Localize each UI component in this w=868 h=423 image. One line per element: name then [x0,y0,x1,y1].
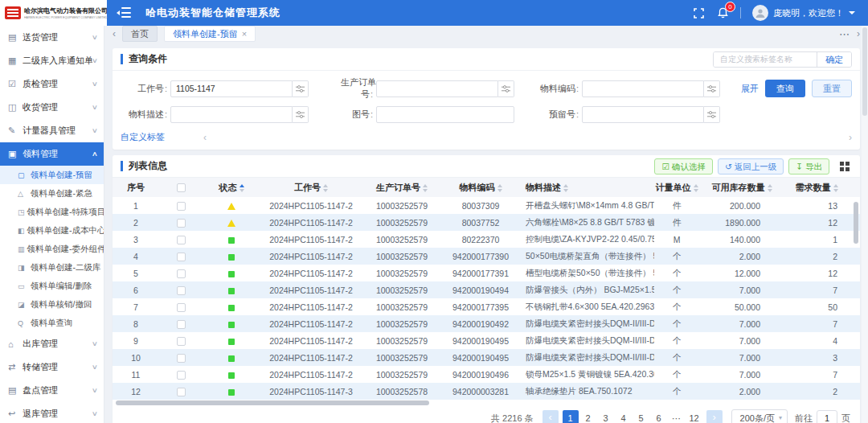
collapse-left-icon[interactable]: ‹ [203,132,207,143]
sidebar-item-material-management[interactable]: ▣ 领料管理 ∧ [0,142,104,166]
row-checkbox[interactable] [177,253,186,261]
table-row[interactable]: 6 2024HPC1105-1147-2 10003252579 9420001… [113,281,860,298]
table-row[interactable]: 10 2024HPC1105-1147-2 10003252579 942000… [113,349,860,366]
tag-search-input[interactable] [714,52,817,67]
go-back-button[interactable]: ↺ 返回上一级 [718,158,784,175]
page-number[interactable]: 1 [563,410,579,423]
col-required-qty[interactable]: 需求数量 [784,178,849,197]
confirm-select-button[interactable]: ☑ 确认选择 [654,158,712,175]
sidebar-subitem[interactable]: ◨ 领料单创建-二级库 [0,258,104,277]
col-material-code[interactable]: 物料编码 [442,178,519,197]
table-vertical-scrollbar[interactable] [854,202,858,407]
export-button[interactable]: ↧ 导出 [788,158,829,175]
table-row[interactable]: 4 2024HPC1105-1147-2 10003252579 9420001… [113,248,860,265]
filter-icon[interactable] [704,106,720,123]
col-status[interactable]: 状态 [203,178,260,197]
next-page-button[interactable]: › [706,410,723,423]
sidebar-item[interactable]: ⇄ 转储管理 ∨ [0,355,104,379]
page-size-select[interactable]: 200条/页 ▾ [731,409,788,423]
close-icon[interactable]: × [242,27,247,42]
confirm-button[interactable]: 确定 [817,52,851,67]
sidebar-item[interactable]: ▤ 送货管理 ∨ [0,26,104,49]
page-number[interactable]: 12 [686,410,702,423]
filter-icon[interactable] [704,80,720,97]
row-checkbox[interactable] [177,202,186,211]
row-checkbox[interactable] [177,388,186,396]
row-checkbox[interactable] [177,354,186,363]
prev-page-button[interactable]: ‹ [542,410,559,423]
table-row[interactable]: 3 2024HPC1105-1147-2 10003252579 8022237… [113,231,860,248]
filter-icon[interactable] [293,80,309,97]
sidebar-subitem[interactable]: ◪ 领料单核销/撤回 [0,295,104,314]
tab-scroll-left-icon[interactable]: ‹ [113,28,116,39]
sidebar-item[interactable]: ▤ 盘点管理 ∨ [0,379,104,402]
sidebar-subitem[interactable]: Q 领料单查询 [0,314,104,332]
reserve-no-input[interactable] [582,106,704,123]
col-material-desc[interactable]: 物料描述 [519,178,654,197]
row-checkbox[interactable] [177,303,186,312]
row-checkbox[interactable] [177,320,186,329]
col-unit[interactable]: 计量单位 [654,178,699,197]
table-row[interactable]: 8 2024HPC1105-1147-2 10003252579 9420001… [113,315,860,332]
reset-button[interactable]: 重置 [812,80,852,97]
page-number[interactable]: 2 [580,410,596,423]
table-row[interactable]: 7 2024HPC1105-1147-2 10003252579 9420001… [113,298,860,315]
sidebar-subitem[interactable]: ◳ 领料单创建-特殊项目 [0,203,104,221]
row-checkbox[interactable] [177,219,186,228]
custom-tag-link[interactable]: 自定义标签 [121,131,165,143]
col-work-no[interactable]: 工作号 [260,178,362,197]
sidebar-subitem[interactable]: ▢ 领料单创建-预留 [0,166,104,184]
table-row[interactable]: 12 2024HPC1105-1147-3 10003252578 942000… [113,383,860,400]
tab-scroll-right-icon[interactable]: › [857,28,860,39]
work-no-input[interactable] [170,80,293,97]
table-row[interactable]: 1 2024HPC1105-1147-2 10003252579 8003730… [113,197,860,214]
table-row[interactable]: 5 2024HPC1105-1147-2 10003252579 9420001… [113,265,860,281]
filter-icon[interactable] [498,80,514,97]
page-number[interactable]: 3 [598,410,614,423]
sidebar-item[interactable]: ☑ 质检管理 ∨ [0,72,104,96]
tab-home[interactable]: 首页 [122,26,158,42]
tab-material-create-reserve[interactable]: 领料单创建-预留 × [164,26,256,42]
search-button[interactable]: 查询 [765,80,805,97]
select-all-checkbox[interactable] [177,183,186,192]
goto-page-input[interactable] [817,410,837,423]
table-row[interactable]: 11 2024HPC1105-1147-2 10003252579 942000… [113,366,860,383]
sidebar-item[interactable]: ✎ 计量器具管理 ∨ [0,119,104,142]
user-menu[interactable]: 庞晓明，欢迎您！ [752,5,855,21]
sidebar-subitem[interactable]: △ 领料单创建-紧急 [0,184,104,203]
page-number[interactable]: 5 [633,410,649,423]
sidebar-item[interactable]: ⌂ 出库管理 ∨ [0,332,104,355]
sidebar-subitem[interactable]: ▥ 领料单创建-委外组件 [0,240,104,258]
row-checkbox[interactable] [177,371,186,380]
sidebar-subitem[interactable]: ▭ 领料单编辑/删除 [0,277,104,295]
sidebar-subitem[interactable]: ◧ 领料单创建-成本中心 [0,221,104,240]
col-available-qty[interactable]: 可用库存数量 [699,178,784,197]
material-desc-input[interactable] [170,106,293,123]
row-checkbox[interactable] [177,286,186,295]
column-settings-icon[interactable] [837,159,852,174]
page-number[interactable]: 6 [651,410,667,423]
table-row[interactable]: 2 2024HPC1105-1147-2 10003252579 8003775… [113,214,860,231]
sidebar-item[interactable]: ↩ 退库管理 ∨ [0,402,104,423]
page-number[interactable]: ⋯ [669,410,685,423]
expand-link[interactable]: 展开 [741,83,759,95]
col-order-no[interactable]: 生产订单号 [362,178,442,197]
row-checkbox[interactable] [177,236,186,244]
sidebar-item[interactable]: ▦ 二级库入库通知单 ∨ [0,49,104,72]
collapse-right-icon[interactable]: › [849,132,852,143]
order-no-input[interactable] [376,80,498,97]
page-number[interactable]: 4 [616,410,632,423]
material-code-input[interactable] [582,80,704,97]
tab-more-icon[interactable]: ⋯ [839,28,850,40]
notification-bell-icon[interactable]: 0 [716,6,729,19]
drawing-no-input[interactable] [376,106,514,123]
row-checkbox[interactable] [177,337,186,346]
table-row[interactable]: 9 2024HPC1105-1147-2 10003252579 9420001… [113,332,860,349]
row-checkbox[interactable] [177,269,186,278]
horizontal-scrollbar[interactable] [116,400,857,405]
sidebar-item[interactable]: ◫ 收货管理 ∨ [0,96,104,119]
window-scrollbar[interactable] [862,26,868,423]
fullscreen-icon[interactable] [692,6,705,19]
sidebar-collapse-icon[interactable] [118,7,133,18]
filter-icon[interactable] [293,106,309,123]
